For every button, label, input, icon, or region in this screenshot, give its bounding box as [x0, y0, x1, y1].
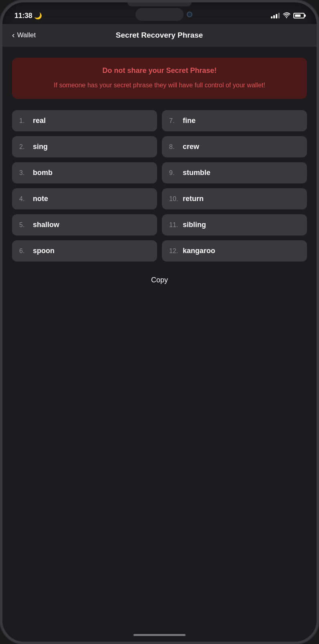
word-text: spoon [33, 247, 55, 255]
word-number: 5. [19, 221, 29, 229]
word-text: shallow [33, 221, 59, 229]
wifi-icon [283, 12, 290, 19]
word-item-2: 7. fine [162, 110, 307, 131]
word-item-5: 3. bomb [12, 162, 157, 183]
back-label: Wallet [17, 31, 36, 39]
word-item-11: 6. spoon [12, 240, 157, 262]
word-item-6: 9. stumble [162, 162, 307, 183]
word-number: 12. [169, 248, 179, 255]
camera-dot [187, 12, 192, 17]
word-item-3: 2. sing [12, 136, 157, 157]
word-item-8: 10. return [162, 188, 307, 209]
word-number: 3. [19, 169, 29, 177]
word-item-7: 4. note [12, 188, 157, 209]
word-item-10: 11. sibling [162, 214, 307, 235]
word-number: 2. [19, 143, 29, 151]
word-number: 6. [19, 248, 29, 255]
word-grid: 1. real 7. fine 2. sing 8. crew 3. bomb … [2, 110, 317, 262]
word-text: note [33, 195, 48, 203]
word-number: 1. [19, 117, 29, 125]
nav-title: Secret Recovery Phrase [36, 31, 283, 40]
battery-icon [293, 13, 305, 18]
camera-area [135, 8, 184, 21]
word-item-12: 12. kangaroo [162, 240, 307, 262]
status-time: 11:38🌙 [14, 12, 42, 20]
word-number: 10. [169, 195, 179, 203]
signal-bars-icon [271, 13, 280, 18]
app-content: ‹ Wallet Secret Recovery Phrase Do not s… [2, 24, 317, 642]
word-number: 7. [169, 117, 179, 125]
back-button[interactable]: ‹ Wallet [12, 30, 36, 40]
back-chevron-icon: ‹ [12, 30, 15, 40]
word-item-1: 1. real [12, 110, 157, 131]
copy-button[interactable]: Copy [2, 273, 317, 288]
warning-box: Do not share your Secret Phrase! If some… [12, 58, 307, 99]
phone-frame: 11:38🌙 ‹ Wallet [0, 0, 319, 644]
word-number: 11. [169, 221, 179, 229]
home-indicator [133, 634, 186, 636]
word-text: sing [33, 143, 48, 151]
status-icons [271, 12, 305, 19]
word-text: crew [183, 143, 199, 151]
word-text: kangaroo [183, 247, 215, 255]
warning-body: If someone has your secret phrase they w… [20, 80, 299, 90]
nav-bar: ‹ Wallet Secret Recovery Phrase [2, 24, 317, 46]
warning-title: Do not share your Secret Phrase! [20, 66, 299, 75]
word-text: real [33, 117, 46, 125]
word-number: 9. [169, 169, 179, 177]
word-item-9: 5. shallow [12, 214, 157, 235]
word-text: bomb [33, 169, 52, 177]
word-number: 4. [19, 195, 29, 203]
word-text: sibling [183, 221, 206, 229]
camera-pill [135, 8, 184, 21]
word-text: stumble [183, 169, 210, 177]
word-text: fine [183, 117, 196, 125]
word-text: return [183, 195, 204, 203]
word-item-4: 8. crew [162, 136, 307, 157]
word-number: 8. [169, 143, 179, 151]
